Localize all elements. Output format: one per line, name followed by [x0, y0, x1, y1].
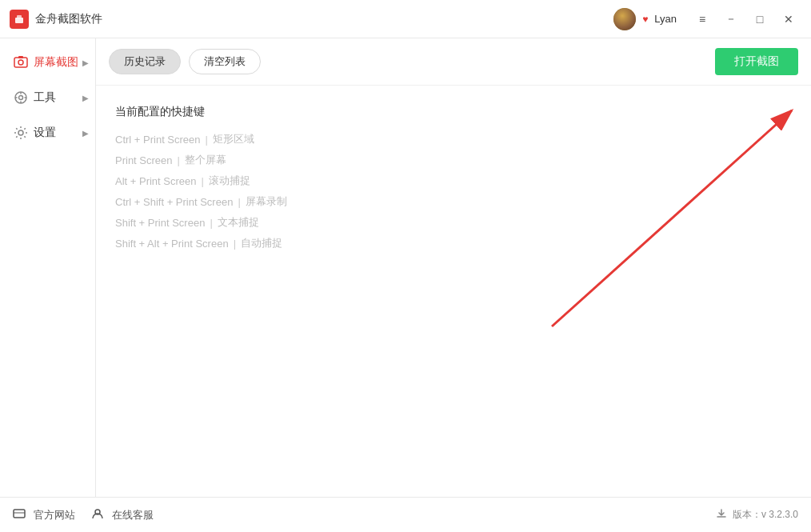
shortcut-sep-2: |	[202, 175, 204, 187]
svg-rect-3	[14, 58, 27, 67]
website-icon	[13, 507, 26, 522]
shortcut-desc-5: 自动捕捉	[241, 236, 282, 250]
download-icon	[715, 507, 728, 522]
shortcut-key-4: Shift + Print Screen	[115, 217, 205, 229]
minimize-button[interactable]: －	[718, 8, 744, 30]
shortcut-key-1: Print Screen	[115, 154, 173, 166]
history-button[interactable]: 历史记录	[109, 49, 181, 74]
shortcut-item-2: Alt + Print Screen | 滚动捕捉	[115, 174, 792, 188]
menu-button[interactable]: ≡	[689, 8, 715, 30]
clear-button[interactable]: 清空列表	[189, 49, 261, 74]
version-label: 版本：v 3.2.3.0	[733, 508, 798, 522]
shortcut-desc-0: 矩形区域	[213, 132, 254, 146]
window-controls: ≡ － □ ✕	[689, 8, 801, 30]
username: Lyan	[654, 13, 677, 25]
shortcut-item-3: Ctrl + Shift + Print Screen | 屏幕录制	[115, 194, 792, 209]
website-link[interactable]: 官方网站	[13, 507, 75, 522]
sidebar-item-tools[interactable]: 工具 ▶	[0, 80, 95, 115]
svg-rect-1	[15, 18, 23, 23]
screenshot-icon	[13, 54, 29, 70]
svg-rect-5	[18, 56, 23, 58]
tools-label: 工具	[34, 90, 56, 105]
shortcuts-section: 当前配置的快捷键 Ctrl + Print Screen | 矩形区域 Prin…	[96, 86, 811, 497]
app-icon	[10, 10, 29, 29]
shortcut-sep-3: |	[238, 196, 240, 208]
shortcut-key-5: Shift + Alt + Print Screen	[115, 238, 229, 250]
avatar	[613, 8, 636, 30]
shortcut-key-0: Ctrl + Print Screen	[115, 134, 201, 146]
settings-label: 设置	[34, 126, 56, 140]
service-link[interactable]: 在线客服	[91, 507, 154, 522]
toolbar: 历史记录 清空列表 打开截图	[96, 38, 811, 86]
app-title: 金舟截图软件	[35, 12, 613, 26]
screenshot-arrow: ▶	[82, 58, 89, 67]
version-area: 版本：v 3.2.3.0	[715, 507, 798, 522]
shortcut-item-4: Shift + Print Screen | 文本捕捉	[115, 215, 792, 230]
svg-point-12	[18, 130, 23, 135]
sidebar-item-screenshot[interactable]: 屏幕截图 ▶	[0, 45, 95, 80]
shortcut-sep-0: |	[206, 134, 208, 146]
settings-arrow: ▶	[82, 129, 89, 138]
shortcut-item-5: Shift + Alt + Print Screen | 自动捕捉	[115, 236, 792, 250]
content-area: 历史记录 清空列表 打开截图 当前配置的快捷键 Ctrl + Print Scr…	[96, 38, 811, 497]
shortcut-key-3: Ctrl + Shift + Print Screen	[115, 196, 233, 208]
shortcut-item-0: Ctrl + Print Screen | 矩形区域	[115, 132, 792, 146]
shortcut-desc-2: 滚动捕捉	[209, 174, 250, 188]
titlebar: 金舟截图软件 ♥ Lyan ≡ － □ ✕	[0, 0, 811, 38]
service-icon	[91, 507, 104, 522]
shortcut-key-2: Alt + Print Screen	[115, 175, 197, 187]
bottom-footer: 官方网站 在线客服 版本：v 3.2.3.0	[0, 497, 811, 532]
tools-icon	[13, 90, 29, 106]
user-area: ♥ Lyan	[613, 8, 677, 30]
sidebar-item-settings[interactable]: 设置 ▶	[0, 115, 95, 150]
shortcuts-title: 当前配置的快捷键	[115, 105, 792, 119]
shortcut-desc-4: 文本捕捉	[218, 215, 259, 230]
shortcut-desc-1: 整个屏幕	[185, 153, 226, 167]
shortcut-sep-1: |	[178, 154, 180, 166]
shortcut-desc-3: 屏幕录制	[246, 194, 287, 209]
svg-point-4	[18, 60, 23, 65]
sidebar: 屏幕截图 ▶ 工具 ▶	[0, 38, 96, 497]
svg-rect-2	[17, 15, 22, 18]
open-screenshot-button[interactable]: 打开截图	[715, 48, 798, 75]
settings-icon	[13, 125, 29, 141]
shortcut-sep-5: |	[234, 238, 236, 250]
svg-rect-15	[14, 510, 25, 518]
close-button[interactable]: ✕	[776, 8, 801, 30]
main-layout: 屏幕截图 ▶ 工具 ▶	[0, 38, 811, 497]
service-label: 在线客服	[112, 508, 154, 522]
shortcut-sep-4: |	[210, 217, 212, 229]
svg-point-7	[19, 96, 23, 100]
website-label: 官方网站	[34, 508, 75, 522]
screenshot-label: 屏幕截图	[34, 55, 78, 70]
shortcut-item-1: Print Screen | 整个屏幕	[115, 153, 792, 167]
maximize-button[interactable]: □	[747, 8, 773, 30]
vip-icon: ♥	[642, 14, 648, 25]
tools-arrow: ▶	[82, 94, 89, 102]
